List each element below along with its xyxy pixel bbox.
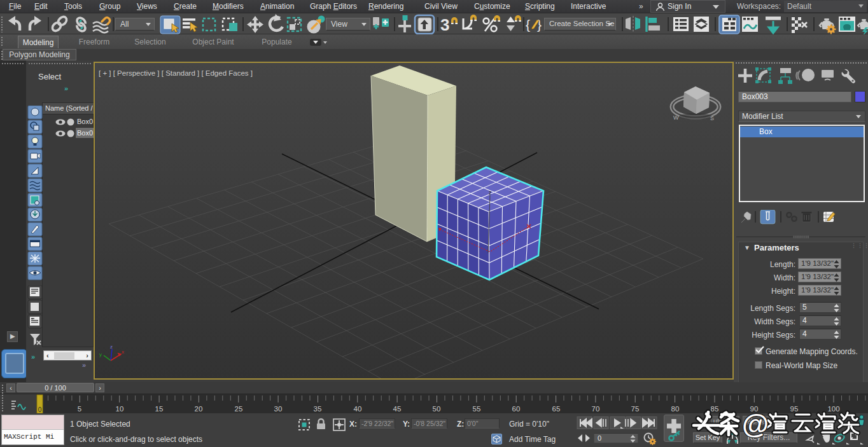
svg-text:20: 20: [195, 405, 203, 413]
svg-text:3: 3: [440, 15, 449, 34]
svg-text:60: 60: [512, 405, 521, 413]
svg-text:80: 80: [671, 405, 680, 413]
svg-text:55: 55: [473, 405, 481, 413]
svg-text:z: z: [489, 189, 492, 196]
svg-text:z: z: [110, 344, 113, 350]
svg-text:y: y: [99, 352, 102, 357]
svg-text:W: W: [673, 114, 679, 121]
svg-text:35: 35: [314, 405, 322, 413]
svg-text:10: 10: [116, 405, 124, 413]
svg-text:45: 45: [393, 405, 402, 413]
svg-text:5: 5: [78, 405, 81, 413]
svg-text:0: 0: [38, 406, 42, 413]
svg-text:75: 75: [631, 405, 640, 413]
svg-text:}: }: [537, 17, 542, 32]
svg-text:S: S: [710, 115, 714, 121]
svg-text:15: 15: [155, 405, 164, 413]
svg-text:30: 30: [274, 405, 283, 413]
svg-text:40: 40: [354, 405, 362, 413]
svg-text:@: @: [742, 409, 769, 439]
svg-text:65: 65: [552, 405, 561, 413]
svg-text:x: x: [122, 349, 124, 355]
svg-text:70: 70: [592, 405, 600, 413]
svg-text:{: {: [526, 17, 530, 32]
svg-text:25: 25: [235, 405, 243, 413]
svg-text:50: 50: [433, 405, 441, 413]
